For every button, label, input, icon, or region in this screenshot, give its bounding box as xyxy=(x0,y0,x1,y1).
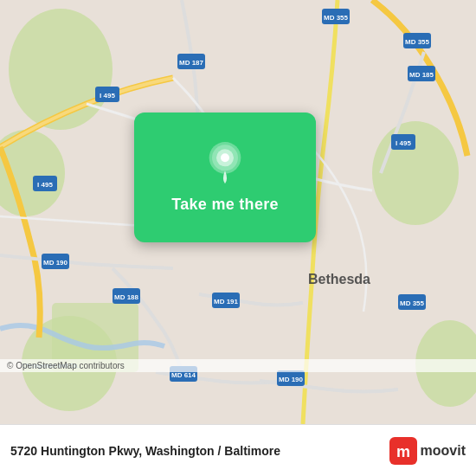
location-card[interactable]: Take me there xyxy=(134,113,316,242)
location-pin-icon xyxy=(203,142,247,185)
svg-text:MD 355: MD 355 xyxy=(405,38,430,46)
address-line: 5720 Huntington Pkwy, Washington / Balti… xyxy=(10,444,280,458)
attribution-bar: © OpenStreetMap contributors xyxy=(0,359,476,372)
svg-text:MD 355: MD 355 xyxy=(400,299,425,307)
svg-text:MD 188: MD 188 xyxy=(114,293,139,301)
moovit-text: moovit xyxy=(421,443,466,459)
svg-text:MD 187: MD 187 xyxy=(179,59,204,67)
svg-text:MD 614: MD 614 xyxy=(171,371,196,379)
svg-text:MD 191: MD 191 xyxy=(214,298,239,306)
svg-text:MD 185: MD 185 xyxy=(409,71,434,79)
take-me-there-button[interactable]: Take me there xyxy=(171,196,279,214)
svg-text:MD 190: MD 190 xyxy=(43,259,68,267)
svg-text:MD 190: MD 190 xyxy=(279,376,304,383)
svg-text:I 495: I 495 xyxy=(37,181,53,189)
map-container: Chesapeake and Oh... I 495 xyxy=(0,0,476,424)
svg-text:I 495: I 495 xyxy=(100,92,115,100)
svg-text:m: m xyxy=(396,443,410,460)
svg-text:Bethesda: Bethesda xyxy=(308,272,370,286)
svg-point-38 xyxy=(221,153,229,162)
attribution-text: © OpenStreetMap contributors xyxy=(7,361,125,370)
address-info: 5720 Huntington Pkwy, Washington / Balti… xyxy=(10,444,280,458)
svg-text:MD 355: MD 355 xyxy=(324,14,349,22)
moovit-logo: m moovit xyxy=(389,437,466,465)
svg-point-1 xyxy=(9,9,113,130)
bottom-bar: 5720 Huntington Pkwy, Washington / Balti… xyxy=(0,424,476,476)
svg-text:I 495: I 495 xyxy=(396,139,411,147)
moovit-icon: m xyxy=(389,437,417,465)
